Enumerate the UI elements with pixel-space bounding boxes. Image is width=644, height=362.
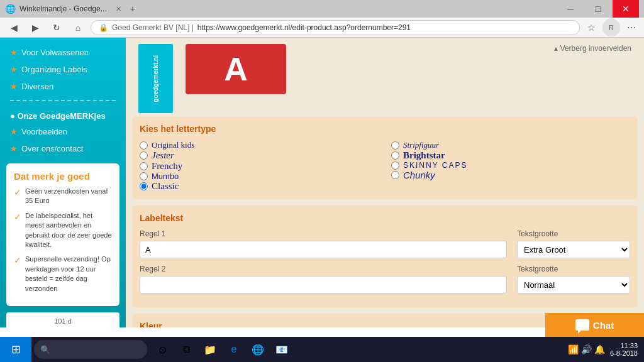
- volume-icon[interactable]: 🔊: [581, 344, 592, 354]
- lettertype-column-right: Stripfiguur Brightstar SKINNY CAPS: [391, 140, 630, 192]
- chrome-icon[interactable]: 🌐: [248, 339, 268, 359]
- taskbar-icons: ⊙ ⧉ 📁 e 🌐 📧: [147, 339, 297, 359]
- refresh-button[interactable]: ↻: [48, 20, 65, 35]
- bullet-icon: ●: [10, 111, 15, 121]
- lettertype-column-left: Original kids Jester Frenchy Mumbo: [140, 140, 379, 192]
- preview-letter: A: [224, 50, 248, 88]
- font-frenchy-label[interactable]: Frenchy: [152, 161, 182, 172]
- sidebar-item-label: Organizing Labels: [21, 65, 87, 74]
- tekstgrootte2-label: Tekstgrootte: [517, 265, 630, 273]
- tekstgrootte1-select[interactable]: Extra Klein Klein Normaal Groot Extra Gr…: [517, 241, 630, 258]
- lettertype-skinnycaps: SKINNY CAPS: [391, 161, 630, 170]
- sidebar-item-contact[interactable]: ★ Over ons/contact: [0, 140, 126, 157]
- url-prefix: Goed Gemerkt BV [NL] |: [112, 23, 194, 32]
- sidebar-section-merkjes: ● Onze GoedgeMERKjes: [0, 106, 126, 123]
- sidebar-item-voorbeelden[interactable]: ★ Voorbeelden: [0, 123, 126, 140]
- chat-label: Chat: [593, 320, 614, 331]
- star-icon[interactable]: ☆: [584, 20, 599, 35]
- font-mumbo-label[interactable]: Mumbo: [152, 172, 179, 181]
- info-item-3: ✓ Supersnelle verzending! Op werkdagen v…: [14, 255, 112, 293]
- font-original-radio[interactable]: [140, 141, 148, 150]
- tekstgrootte2-select[interactable]: Extra Klein Klein Normaal Groot Extra Gr…: [517, 276, 630, 293]
- font-jester-radio[interactable]: [140, 151, 148, 160]
- home-button[interactable]: ⌂: [69, 20, 87, 35]
- new-tab-button[interactable]: +: [130, 4, 135, 14]
- font-jester-label[interactable]: Jester: [152, 150, 174, 161]
- regel2-label: Regel 2: [140, 265, 507, 273]
- star-icon: ★: [10, 127, 18, 136]
- regel1-label: Regel 1: [140, 229, 507, 238]
- font-chunky-radio[interactable]: [391, 171, 399, 179]
- tekstgrootte2-group: Tekstgrootte Extra Klein Klein Normaal G…: [517, 265, 630, 293]
- maximize-button[interactable]: □: [585, 0, 611, 18]
- browser-title: Winkelmandje - Goedge...: [19, 4, 107, 13]
- label-preview: A: [186, 44, 286, 94]
- main-content: ★ Voor Volwassenen ★ Organizing Labels ★…: [0, 38, 644, 327]
- check-icon: ✓: [14, 211, 21, 250]
- facebook-widget: 101 d f Vind ik leuk Delen: [6, 312, 119, 327]
- close-button[interactable]: ✕: [613, 0, 639, 18]
- lettertype-brightstar: Brightstar: [391, 150, 630, 161]
- lettertype-jester: Jester: [140, 150, 379, 161]
- sidebar-item-label: Diversen: [21, 82, 53, 91]
- tab-close-icon[interactable]: ✕: [116, 5, 121, 13]
- info-item-1: ✓ Géén verzendkosten vanaf 35 Euro: [14, 187, 112, 206]
- font-brightstar-radio[interactable]: [391, 151, 399, 160]
- info-text-1: Géén verzendkosten vanaf 35 Euro: [25, 187, 112, 206]
- title-bar: 🌐 Winkelmandje - Goedge... ✕ + ─ □ ✕: [0, 0, 644, 18]
- font-stripfiguur-label[interactable]: Stripfiguur: [403, 140, 439, 150]
- verberg-link[interactable]: Verberg invoervelden: [554, 44, 631, 53]
- regel1-group: Regel 1: [140, 229, 507, 258]
- file-explorer-icon[interactable]: 📁: [200, 339, 220, 359]
- minimize-button[interactable]: ─: [557, 0, 584, 18]
- outlook-icon[interactable]: 📧: [272, 339, 292, 359]
- sidebar-item-organizing[interactable]: ★ Organizing Labels: [0, 61, 126, 78]
- sidebar-item-label: Over ons/contact: [21, 144, 83, 153]
- lettertype-mumbo: Mumbo: [140, 172, 379, 181]
- forward-button[interactable]: ▶: [26, 20, 44, 35]
- lettertype-stripfiguur: Stripfiguur: [391, 140, 630, 150]
- back-button[interactable]: ◀: [5, 20, 23, 35]
- sidebar: ★ Voor Volwassenen ★ Organizing Labels ★…: [0, 38, 126, 327]
- settings-icon[interactable]: ⋯: [624, 20, 639, 35]
- chat-button[interactable]: Chat: [545, 313, 644, 337]
- font-brightstar-label[interactable]: Brightstar: [403, 150, 445, 161]
- user-avatar[interactable]: R: [602, 19, 620, 36]
- regel1-row: Regel 1 Tekstgrootte Extra Klein Klein N…: [140, 229, 630, 258]
- regel1-input[interactable]: [140, 241, 507, 258]
- font-classic-radio[interactable]: [140, 182, 148, 190]
- sidebar-info-box: Dat merk je goed ✓ Géén verzendkosten va…: [6, 163, 119, 306]
- font-classic-label[interactable]: Classic: [152, 181, 179, 192]
- labeltekst-section: Labeltekst Regel 1 Tekstgrootte Extra Kl…: [132, 206, 638, 307]
- font-original-label[interactable]: Original kids: [152, 140, 194, 150]
- cortana-icon[interactable]: ⊙: [152, 339, 172, 359]
- task-view-icon[interactable]: ⧉: [176, 339, 196, 359]
- content-area: goedgemerkt.nl A Verberg invoervelden Ki…: [126, 38, 644, 327]
- check-icon: ✓: [14, 187, 21, 206]
- sidebar-item-label: Voor Volwassenen: [21, 48, 89, 57]
- font-skinnycaps-label[interactable]: SKINNY CAPS: [403, 161, 467, 170]
- taskbar-search[interactable]: 🔍: [34, 340, 147, 359]
- sidebar-item-diversen[interactable]: ★ Diversen: [0, 78, 126, 95]
- fb-counter: 101 d: [11, 317, 114, 325]
- lettertype-chunky: Chunky: [391, 170, 630, 180]
- content-inner: goedgemerkt.nl A Verberg invoervelden Ki…: [126, 38, 644, 327]
- notification-icon[interactable]: 🔔: [594, 344, 605, 354]
- info-item-2: ✓ De labelspecialist, het meest aanbevol…: [14, 211, 112, 250]
- font-chunky-label[interactable]: Chunky: [403, 170, 435, 180]
- regel2-input[interactable]: [140, 276, 507, 293]
- font-mumbo-radio[interactable]: [140, 172, 148, 180]
- taskbar-right: 📶 🔊 🔔 11:33 6-8-2018: [568, 342, 644, 357]
- network-icon[interactable]: 📶: [568, 344, 579, 354]
- address-input[interactable]: 🔒 Goed Gemerkt BV [NL] | https://www.goe…: [91, 20, 580, 35]
- sidebar-item-volwassenen[interactable]: ★ Voor Volwassenen: [0, 44, 126, 61]
- logo-text: goedgemerkt.nl: [152, 55, 159, 102]
- info-text-3: Supersnelle verzending! Op werkdagen voo…: [25, 255, 112, 293]
- font-stripfiguur-radio[interactable]: [391, 141, 399, 150]
- start-button[interactable]: ⊞: [0, 337, 31, 362]
- edge-icon[interactable]: e: [224, 339, 244, 359]
- font-frenchy-radio[interactable]: [140, 162, 148, 170]
- font-skinnycaps-radio[interactable]: [391, 162, 399, 170]
- product-logo: goedgemerkt.nl: [138, 44, 173, 113]
- tekstgrootte1-group: Tekstgrootte Extra Klein Klein Normaal G…: [517, 229, 630, 258]
